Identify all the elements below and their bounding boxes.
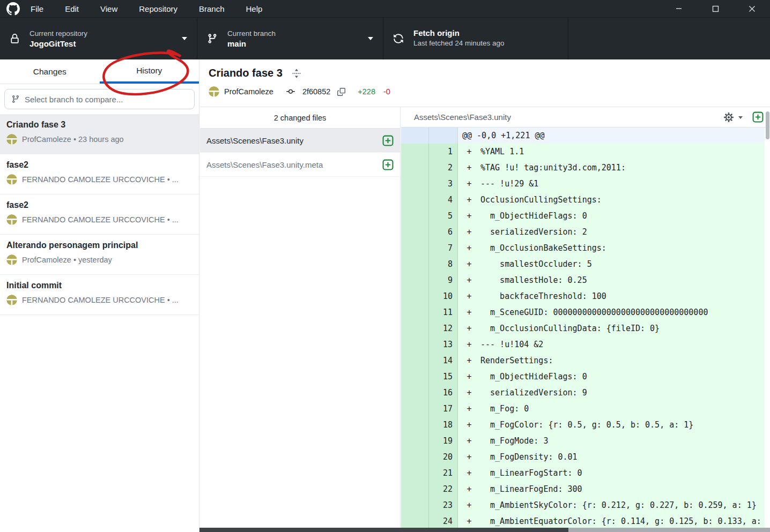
- menu-edit[interactable]: Edit: [54, 0, 90, 18]
- diff-line-row[interactable]: 13+--- !u!104 &2: [401, 336, 765, 353]
- compare-branch-input[interactable]: Select branch to compare...: [4, 89, 195, 109]
- file-row[interactable]: Assets\Scenes\Fase3.unity.meta: [200, 153, 400, 177]
- tab-changes[interactable]: Changes: [0, 59, 100, 84]
- tab-history[interactable]: History: [100, 59, 199, 84]
- new-line-number: 16: [429, 385, 458, 401]
- avatar: [6, 174, 17, 185]
- diff-line-row[interactable]: 9+ smallestHole: 0.25: [401, 272, 765, 288]
- menu-help[interactable]: Help: [235, 0, 273, 18]
- commit-list-item[interactable]: fase2 FERNANDO CAMOLEZE URCCOVICHE • ...: [0, 154, 199, 194]
- commit-list-item[interactable]: Alterando personagem principal ProfCamol…: [0, 235, 199, 275]
- diff-sign: +: [458, 176, 480, 192]
- expand-commit-icon[interactable]: [291, 68, 302, 79]
- minimize-button[interactable]: [661, 0, 697, 18]
- horizontal-scrollbar-thumb[interactable]: [199, 528, 568, 532]
- commit-title: Initial commit: [6, 281, 192, 290]
- diff-line-row[interactable]: 17+ m_Fog: 0: [401, 401, 765, 417]
- old-line-number: [401, 304, 429, 320]
- commit-sha: 2f60852: [302, 87, 330, 96]
- horizontal-scrollbar-track[interactable]: [199, 528, 770, 532]
- avatar: [6, 295, 17, 305]
- current-repository-button[interactable]: Current repository JogoGitTest: [0, 18, 197, 59]
- commit-list-item[interactable]: Criando fase 3 ProfCamoleze • 23 hours a…: [0, 114, 199, 154]
- commit-title: fase2: [6, 200, 192, 210]
- diff-line-row[interactable]: 21+ m_LinearFogStart: 0: [401, 465, 765, 481]
- diff-line-row[interactable]: 20+ m_FogDensity: 0.01: [401, 449, 765, 465]
- diff-line-row[interactable]: 1+%YAML 1.1: [401, 144, 765, 160]
- file-row[interactable]: Assets\Scenes\Fase3.unity: [200, 129, 400, 153]
- diff-sign: +: [458, 497, 480, 513]
- github-logo-icon: [6, 2, 20, 16]
- diff-text: --- !u!29 &1: [480, 176, 765, 192]
- diff-line-row[interactable]: 15+ m_ObjectHideFlags: 0: [401, 369, 765, 385]
- diff-sign: +: [458, 481, 480, 497]
- diff-text: smallestHole: 0.25: [480, 272, 765, 288]
- old-line-number: [401, 497, 429, 513]
- copy-sha-icon[interactable]: [337, 88, 345, 96]
- diff-line-row[interactable]: 7+ m_OcclusionBakeSettings:: [401, 240, 765, 256]
- diff-text: m_SceneGUID: 000000000000000000000000000…: [480, 304, 765, 320]
- diff-line-row[interactable]: 11+ m_SceneGUID: 00000000000000000000000…: [401, 304, 765, 320]
- diff-line-row[interactable]: 5+ m_ObjectHideFlags: 0: [401, 208, 765, 224]
- vertical-scrollbar[interactable]: [766, 111, 769, 139]
- diff-sign: +: [458, 144, 480, 160]
- chevron-down-icon[interactable]: [738, 116, 743, 119]
- diff-line-row[interactable]: 12+ m_OcclusionCullingData: {fileID: 0}: [401, 320, 765, 336]
- diff-sign: +: [458, 256, 480, 272]
- diff-line-row[interactable]: 8+ smallestOccluder: 5: [401, 256, 765, 272]
- old-line-number: [401, 353, 429, 369]
- diff-line-row[interactable]: 3+--- !u!29 &1: [401, 176, 765, 192]
- diff-sign: +: [458, 513, 480, 528]
- diff-sign: +: [458, 240, 480, 256]
- diff-text: serializedVersion: 2: [480, 224, 765, 240]
- diff-text: RenderSettings:: [480, 353, 765, 369]
- avatar: [209, 86, 219, 97]
- file-path: Assets\Scenes\Fase3.unity: [206, 136, 303, 145]
- menu-view[interactable]: View: [90, 0, 128, 18]
- new-line-number: 10: [429, 288, 458, 304]
- diff-line-row[interactable]: 18+ m_FogColor: {r: 0.5, g: 0.5, b: 0.5,…: [401, 417, 765, 433]
- hunk-header-text: @@ -0,0 +1,221 @@: [462, 128, 765, 144]
- diff-line-row[interactable]: 6+ serializedVersion: 2: [401, 224, 765, 240]
- diff-sign: +: [458, 465, 480, 481]
- old-line-number: [401, 385, 429, 401]
- close-button[interactable]: [734, 0, 770, 18]
- menu-branch[interactable]: Branch: [188, 0, 235, 18]
- diff-line-row[interactable]: 10+ backfaceThreshold: 100: [401, 288, 765, 304]
- fetch-origin-button[interactable]: Fetch origin Last fetched 24 minutes ago: [383, 18, 568, 59]
- branch-name: main: [227, 39, 276, 48]
- current-branch-button[interactable]: Current branch main: [197, 18, 383, 59]
- menu-file[interactable]: File: [20, 0, 54, 18]
- commit-list-item[interactable]: Initial commit FERNANDO CAMOLEZE URCCOVI…: [0, 275, 199, 315]
- old-line-number: [401, 417, 429, 433]
- diff-line-row[interactable]: 14+RenderSettings:: [401, 353, 765, 369]
- maximize-button[interactable]: [697, 0, 734, 18]
- gear-icon[interactable]: [723, 112, 734, 123]
- commit-list-item[interactable]: fase2 FERNANDO CAMOLEZE URCCOVICHE • ...: [0, 194, 199, 235]
- diff-sign: +: [458, 449, 480, 465]
- repository-name: JogoGitTest: [29, 39, 87, 48]
- diff-line-row[interactable]: 23+ m_AmbientSkyColor: {r: 0.212, g: 0.2…: [401, 497, 765, 513]
- new-line-number: 21: [429, 465, 458, 481]
- fetch-label: Fetch origin: [413, 28, 505, 38]
- menu-repository[interactable]: Repository: [128, 0, 188, 18]
- diff-line-row[interactable]: 19+ m_FogMode: 3: [401, 433, 765, 449]
- diff-line-row[interactable]: 2+%TAG !u! tag:unity3d.com,2011:: [401, 160, 765, 176]
- diff-line-row[interactable]: 16+ serializedVersion: 9: [401, 385, 765, 401]
- diff-body: @@ -0,0 +1,221 @@ 1+%YAML 1.12+%TAG !u! …: [401, 128, 765, 528]
- diff-line-row[interactable]: 24+ m_AmbientEquatorColor: {r: 0.114, g:…: [401, 513, 765, 528]
- commit-byline: FERNANDO CAMOLEZE URCCOVICHE • ...: [22, 215, 179, 224]
- compare-placeholder: Select branch to compare...: [25, 95, 123, 104]
- old-line-number: [401, 144, 429, 160]
- diff-sign: +: [458, 288, 480, 304]
- diff-sign: +: [458, 208, 480, 224]
- diff-line-row[interactable]: 4+OcclusionCullingSettings:: [401, 192, 765, 208]
- old-line-number: [401, 176, 429, 192]
- new-line-number: 9: [429, 272, 458, 288]
- diff-line-row[interactable]: 22+ m_LinearFogEnd: 300: [401, 481, 765, 497]
- diff-text: m_ObjectHideFlags: 0: [480, 208, 765, 224]
- diff-text: m_FogDensity: 0.01: [480, 449, 765, 465]
- old-line-number: [401, 240, 429, 256]
- diff-text: backfaceThreshold: 100: [480, 288, 765, 304]
- chevron-down-icon: [182, 37, 187, 40]
